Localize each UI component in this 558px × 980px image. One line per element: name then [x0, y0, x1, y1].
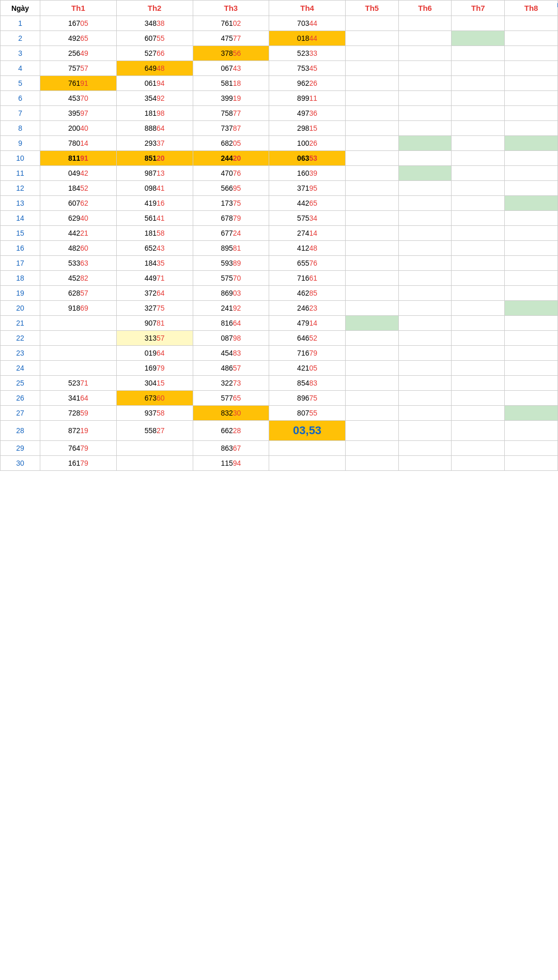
data-cell	[345, 286, 398, 301]
data-cell	[398, 61, 452, 76]
data-cell	[452, 421, 505, 441]
header-ngày: Ngày	[1, 1, 40, 16]
data-cell	[505, 271, 558, 286]
data-cell: 85483	[269, 376, 346, 391]
data-cell: 34838	[116, 16, 193, 31]
data-cell: 16705	[40, 16, 117, 31]
data-cell	[345, 31, 398, 46]
data-cell	[452, 76, 505, 91]
data-cell: 34164	[40, 391, 117, 406]
header-th3: Th3	[193, 1, 269, 16]
data-cell: 06353	[269, 151, 346, 166]
data-cell	[398, 91, 452, 106]
data-cell	[452, 106, 505, 121]
data-cell: 91869	[40, 301, 117, 316]
data-cell: 81664	[193, 316, 269, 331]
table-row: 576191061945811896226	[1, 76, 558, 91]
data-cell: 18198	[116, 106, 193, 121]
data-cell	[452, 196, 505, 211]
lottery-table: NgàyTh1Th2Th3Th4Th5Th6Th7Th8 11670534838…	[0, 0, 558, 471]
data-cell	[452, 181, 505, 196]
data-cell: 59389	[193, 256, 269, 271]
data-cell: 25649	[40, 46, 117, 61]
day-cell: 14	[1, 211, 40, 226]
data-cell: 60762	[40, 196, 117, 211]
data-cell: 47577	[193, 31, 269, 46]
day-cell: 11	[1, 166, 40, 181]
data-cell: 76191	[40, 76, 117, 91]
data-cell	[505, 256, 558, 271]
table-row: 1753363184355938965576	[1, 256, 558, 271]
data-cell	[505, 301, 558, 316]
table-row: 1104942987134707616039	[1, 166, 558, 181]
data-cell: 01964	[116, 346, 193, 361]
data-cell: 52766	[116, 46, 193, 61]
data-cell	[505, 166, 558, 181]
day-cell: 20	[1, 301, 40, 316]
data-cell: 20040	[40, 121, 117, 136]
header-th2: Th2	[116, 1, 193, 16]
data-cell	[505, 46, 558, 61]
header-row: NgàyTh1Th2Th3Th4Th5Th6Th7Th8	[1, 1, 558, 16]
data-cell	[505, 421, 558, 441]
data-cell	[398, 76, 452, 91]
data-cell	[345, 196, 398, 211]
data-cell: 89675	[269, 391, 346, 406]
day-cell: 18	[1, 271, 40, 286]
data-cell	[505, 441, 558, 456]
day-cell: 9	[1, 136, 40, 151]
data-cell	[398, 316, 452, 331]
data-cell: 46285	[269, 286, 346, 301]
data-cell	[398, 196, 452, 211]
data-cell: 24623	[269, 301, 346, 316]
data-cell	[269, 441, 346, 456]
data-cell: 01844	[269, 31, 346, 46]
day-cell: 27	[1, 406, 40, 421]
day-cell: 1	[1, 16, 40, 31]
data-cell: 39597	[40, 106, 117, 121]
data-cell	[345, 76, 398, 91]
table-row: 2887219558276622803,53	[1, 421, 558, 441]
data-cell: 48260	[40, 241, 117, 256]
data-cell: 27414	[269, 226, 346, 241]
table-row: 739597181987587749736	[1, 106, 558, 121]
data-cell: 60755	[116, 31, 193, 46]
data-cell	[452, 456, 505, 471]
day-cell: 7	[1, 106, 40, 121]
table-row: 1648260652438958141248	[1, 241, 558, 256]
data-cell: 62857	[40, 286, 117, 301]
data-cell: 52333	[269, 46, 346, 61]
data-cell: 72859	[40, 406, 117, 421]
data-cell: 18435	[116, 256, 193, 271]
data-cell	[452, 136, 505, 151]
data-cell	[505, 196, 558, 211]
data-cell	[398, 106, 452, 121]
data-cell	[345, 406, 398, 421]
table-row: 820040888647378729815	[1, 121, 558, 136]
data-cell	[345, 46, 398, 61]
data-cell	[505, 456, 558, 471]
table-row: 1544221181586772427414	[1, 226, 558, 241]
day-cell: 8	[1, 121, 40, 136]
data-cell	[345, 61, 398, 76]
data-cell	[398, 361, 452, 376]
data-cell	[345, 346, 398, 361]
data-cell: 90781	[116, 316, 193, 331]
data-cell: 86367	[193, 441, 269, 456]
data-cell: 17375	[193, 196, 269, 211]
data-cell: 32273	[193, 376, 269, 391]
data-cell: 37195	[269, 181, 346, 196]
data-cell: 81191	[40, 151, 117, 166]
data-cell	[505, 151, 558, 166]
data-cell: 64652	[269, 331, 346, 346]
day-cell: 21	[1, 316, 40, 331]
data-cell	[345, 151, 398, 166]
table-row: 297647986367	[1, 441, 558, 456]
data-cell	[398, 256, 452, 271]
data-cell	[116, 456, 193, 471]
header-th1: Th1	[40, 1, 117, 16]
data-cell	[452, 301, 505, 316]
data-cell: 32775	[116, 301, 193, 316]
day-cell: 2	[1, 31, 40, 46]
data-cell	[505, 61, 558, 76]
